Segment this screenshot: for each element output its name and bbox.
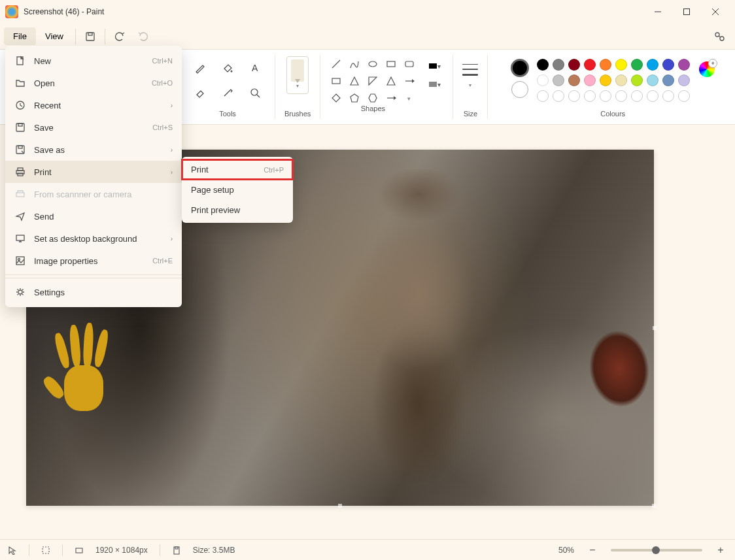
color-swatch-empty[interactable]: [553, 90, 564, 102]
svg-line-12: [257, 95, 260, 97]
color-swatch[interactable]: [662, 59, 674, 71]
color-1[interactable]: [511, 59, 529, 77]
resize-handle-bottom[interactable]: [338, 504, 342, 508]
color-swatch[interactable]: [678, 59, 690, 71]
color-swatch-empty[interactable]: [662, 90, 674, 102]
ribbon-group-brushes: ▾ Brushes: [278, 50, 317, 124]
color-swatch[interactable]: [584, 74, 596, 86]
print-submenu-item-print[interactable]: PrintCtrl+P: [182, 159, 293, 180]
svg-rect-39: [18, 173, 23, 176]
color-swatch[interactable]: [631, 59, 643, 71]
zoom-out-button[interactable]: −: [586, 544, 599, 556]
color-swatch[interactable]: [615, 74, 627, 86]
edit-colors-button[interactable]: [699, 61, 715, 77]
save-button[interactable]: [78, 26, 102, 47]
file-menu-item-new[interactable]: NewCtrl+N: [5, 50, 182, 72]
text-tool[interactable]: A: [245, 58, 265, 78]
color-swatch[interactable]: [647, 74, 658, 86]
color-swatch-empty[interactable]: [678, 90, 690, 102]
color-swatch-empty[interactable]: [600, 90, 611, 102]
resize-handle-corner[interactable]: [652, 504, 656, 508]
close-button[interactable]: [701, 1, 730, 22]
color-swatch[interactable]: [537, 59, 549, 71]
svg-point-44: [18, 290, 22, 294]
file-menu-item-image-properties[interactable]: Image propertiesCtrl+E: [5, 250, 182, 272]
shape-gallery[interactable]: ▾: [330, 58, 416, 105]
eraser-tool[interactable]: [190, 82, 211, 103]
shape-fill-dropdown[interactable]: ▾: [425, 77, 443, 91]
svg-rect-30: [429, 82, 437, 87]
print-submenu-item-page-setup[interactable]: Page setup: [182, 180, 293, 200]
color-swatch[interactable]: [615, 59, 627, 71]
magnifier-tool[interactable]: [245, 82, 265, 103]
svg-marker-23: [332, 94, 340, 102]
menu-item-label: Save as: [34, 145, 163, 155]
brush-icon: [291, 59, 304, 82]
picker-tool[interactable]: [217, 82, 238, 103]
file-menu-item-send[interactable]: Send: [5, 205, 182, 227]
file-menu-item-print[interactable]: Print›: [5, 161, 182, 183]
color-swatch[interactable]: [537, 74, 549, 86]
window-title: Screenshot (46) - Paint: [24, 7, 104, 16]
redo-button[interactable]: [131, 26, 155, 47]
print-submenu-item-print-preview[interactable]: Print preview: [182, 200, 293, 220]
maximize-button[interactable]: [672, 1, 701, 22]
color-swatch[interactable]: [568, 59, 580, 71]
svg-rect-48: [175, 547, 178, 549]
fill-tool[interactable]: [217, 58, 238, 78]
file-menu-item-from-scannner-or-camera: From scannner or camera: [5, 183, 182, 205]
minimize-button[interactable]: [643, 1, 672, 22]
shapes-label: Shapes: [361, 105, 385, 115]
color-palette[interactable]: [537, 59, 691, 103]
file-menu-item-save[interactable]: SaveCtrl+S: [5, 116, 182, 139]
color-swatch[interactable]: [662, 74, 674, 86]
file-menu-item-set-as-desktop-background[interactable]: Set as desktop background›: [5, 227, 182, 250]
file-menu-item-recent[interactable]: Recent›: [5, 94, 182, 116]
color-swatch[interactable]: [553, 74, 564, 86]
file-menu-item-open[interactable]: OpenCtrl+O: [5, 72, 182, 94]
menu-file[interactable]: File: [4, 27, 36, 45]
menu-item-shortcut: Ctrl+S: [152, 124, 173, 131]
submenu-item-shortcut: Ctrl+P: [264, 166, 284, 174]
ribbon-group-shapes: ▾ Shapes ▾ ▾: [323, 50, 450, 124]
color-swatch-empty[interactable]: [568, 90, 580, 102]
svg-marker-18: [350, 77, 358, 85]
color-swatch-empty[interactable]: [615, 90, 627, 102]
resize-handle-right[interactable]: [653, 326, 657, 330]
color-swatch[interactable]: [600, 74, 611, 86]
size-dropdown[interactable]: ▾: [462, 60, 478, 88]
menu-item-shortcut: Ctrl+E: [152, 257, 173, 265]
color-swatch-empty[interactable]: [647, 90, 658, 102]
zoom-in-button[interactable]: +: [714, 544, 727, 556]
menu-item-label: Image properties: [34, 256, 145, 266]
svg-rect-40: [16, 193, 24, 197]
color-swatch[interactable]: [647, 59, 658, 71]
pencil-tool[interactable]: [190, 58, 211, 78]
svg-marker-24: [350, 94, 358, 102]
color-swatch[interactable]: [678, 74, 690, 86]
svg-marker-25: [369, 94, 377, 102]
color-swatch[interactable]: [600, 59, 611, 71]
menu-view[interactable]: View: [36, 27, 73, 45]
file-menu-item-save-as[interactable]: Save as›: [5, 139, 182, 161]
doc-icon: [14, 55, 26, 67]
brushes-dropdown[interactable]: ▾: [286, 56, 309, 94]
color-swatch[interactable]: [584, 59, 596, 71]
submenu-item-label: Print: [191, 165, 257, 174]
file-menu-item-settings[interactable]: Settings: [5, 281, 182, 303]
color-swatch-empty[interactable]: [584, 90, 596, 102]
color-2[interactable]: [511, 81, 528, 98]
desktop-icon: [14, 233, 26, 244]
shape-outline-dropdown[interactable]: ▾: [425, 59, 443, 73]
color-swatch[interactable]: [631, 74, 643, 86]
color-swatch[interactable]: [568, 74, 580, 86]
color-swatch[interactable]: [553, 59, 564, 71]
zoom-text: 50%: [558, 546, 574, 555]
undo-button[interactable]: [108, 26, 131, 47]
color-swatch-empty[interactable]: [537, 90, 549, 102]
color-swatch-empty[interactable]: [631, 90, 643, 102]
zoom-slider[interactable]: [611, 549, 702, 552]
svg-rect-36: [18, 146, 22, 148]
menu-item-label: Print: [34, 167, 163, 177]
settings-icon[interactable]: [708, 26, 731, 47]
